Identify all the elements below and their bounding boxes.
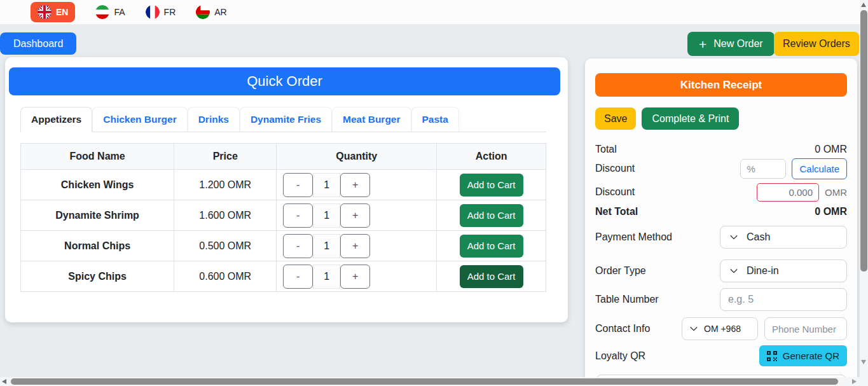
food-name-link[interactable]: Spicy Chips [21, 261, 174, 292]
quantity-stepper: - 1 + [277, 173, 436, 197]
new-order-label: New Order [713, 38, 762, 50]
add-to-cart-button[interactable]: Add to Cart [460, 235, 523, 258]
order-type-label: Order Type [595, 265, 646, 277]
table-number-input[interactable] [720, 288, 847, 311]
qr-code-icon [767, 351, 777, 361]
generate-qr-button[interactable]: Generate QR [759, 345, 847, 366]
country-code-select[interactable]: OM +968 [682, 317, 758, 340]
dashboard-button[interactable]: Dashboard [0, 32, 76, 55]
language-fr-label: FR [164, 7, 176, 17]
scroll-left-arrow-icon[interactable] [2, 379, 6, 384]
add-to-cart-button[interactable]: Add to Cart [460, 174, 523, 196]
iran-flag-icon [95, 5, 109, 19]
language-fa-button[interactable]: FA [95, 5, 125, 19]
order-panel: Kitchen Receipt Save Complete & Print To… [585, 59, 857, 386]
language-fa-label: FA [114, 7, 125, 17]
quantity-value: 1 [313, 234, 340, 258]
calculate-button[interactable]: Calculate [792, 158, 847, 179]
horizontal-scrollbar-thumb[interactable] [11, 378, 838, 385]
language-en-label: EN [56, 7, 68, 17]
complete-print-button[interactable]: Complete & Print [642, 107, 739, 130]
add-to-cart-button[interactable]: Add to Cart [460, 265, 523, 288]
kitchen-receipt-button[interactable]: Kitchen Receipt [595, 73, 847, 97]
loyalty-qr-label: Loyalty QR [595, 350, 645, 362]
contact-info-row: Contact Info OM +968 [595, 317, 847, 340]
vertical-scrollbar[interactable] [860, 0, 868, 377]
discount-amount-input[interactable] [757, 183, 819, 202]
tab-drinks[interactable]: Drinks [188, 107, 240, 132]
chevron-down-icon [689, 324, 698, 333]
tab-appetizers[interactable]: Appetizers [20, 107, 92, 132]
tab-pasta[interactable]: Pasta [411, 107, 459, 132]
phone-number-input[interactable] [764, 317, 847, 340]
column-header-action: Action [437, 144, 546, 170]
table-number-label: Table Number [595, 294, 659, 305]
uk-flag-icon [38, 5, 52, 19]
save-button[interactable]: Save [595, 107, 636, 130]
food-price: 1.600 OMR [174, 200, 277, 231]
payment-method-value: Cash [747, 231, 770, 243]
quantity-decrease-button[interactable]: - [283, 203, 313, 228]
new-order-button[interactable]: + New Order [687, 32, 775, 56]
scrollbar-corner [860, 377, 868, 386]
food-table: Food Name Price Quantity Action Chicken … [20, 143, 546, 292]
plus-icon: + [699, 38, 706, 51]
quantity-value: 1 [313, 203, 340, 228]
discount-percent-input[interactable] [740, 159, 786, 179]
oman-flag-icon [196, 5, 210, 19]
scroll-down-arrow-icon[interactable] [861, 360, 866, 364]
discount-amount-label: Discount [595, 186, 635, 198]
quick-order-title: Quick Order [9, 67, 560, 95]
payment-method-label: Payment Method [595, 231, 672, 243]
language-bar: EN FA FR AR [0, 0, 868, 24]
net-total-row: Net Total 0 OMR [595, 204, 847, 219]
tab-dynamite-fries[interactable]: Dynamite Fries [240, 107, 332, 132]
total-row: Total 0 OMR [595, 141, 847, 158]
horizontal-scrollbar[interactable] [0, 377, 860, 386]
table-row: Chicken Wings 1.200 OMR - 1 + Add to Car… [21, 170, 546, 200]
pos-dashboard-page: EN FA FR AR Dashboard + N [0, 0, 868, 386]
food-name-link[interactable]: Dynamite Shrimp [21, 200, 174, 231]
table-row: Spicy Chips 0.600 OMR - 1 + Add to Cart [21, 261, 546, 292]
language-ar-button[interactable]: AR [196, 5, 226, 19]
food-price: 0.600 OMR [174, 261, 277, 292]
vertical-scrollbar-thumb[interactable] [860, 10, 867, 272]
language-fr-button[interactable]: FR [146, 5, 176, 19]
net-total-label: Net Total [595, 206, 638, 217]
scroll-right-arrow-icon[interactable] [852, 379, 857, 384]
quantity-stepper: - 1 + [277, 265, 436, 289]
quantity-increase-button[interactable]: + [340, 203, 370, 228]
order-type-row: Order Type Dine-in [595, 259, 847, 282]
review-orders-button[interactable]: Review Orders [774, 32, 859, 56]
tab-meat-burger[interactable]: Meat Burger [332, 107, 411, 132]
payment-method-select[interactable]: Cash [720, 226, 847, 249]
order-actions: Save Complete & Print [595, 107, 847, 130]
order-type-select[interactable]: Dine-in [720, 259, 847, 282]
quantity-increase-button[interactable]: + [340, 173, 370, 197]
order-type-value: Dine-in [747, 265, 779, 277]
loyalty-qr-row: Loyalty QR Generate QR [595, 345, 847, 366]
discount-amount-row: Discount OMR [595, 183, 847, 202]
table-row: Normal Chips 0.500 OMR - 1 + Add to Cart [21, 231, 546, 261]
tab-chicken-burger[interactable]: Chicken Burger [92, 107, 187, 132]
quantity-increase-button[interactable]: + [340, 265, 370, 289]
language-ar-label: AR [214, 7, 226, 17]
quantity-stepper: - 1 + [277, 234, 436, 258]
scroll-up-arrow-icon[interactable] [861, 3, 866, 7]
quantity-increase-button[interactable]: + [340, 234, 370, 258]
currency-label: OMR [825, 187, 847, 198]
column-header-price: Price [174, 144, 277, 170]
table-header-row: Food Name Price Quantity Action [21, 144, 546, 170]
language-en-button[interactable]: EN [31, 2, 75, 22]
add-to-cart-button[interactable]: Add to Cart [460, 204, 523, 227]
quantity-value: 1 [313, 265, 340, 289]
quantity-decrease-button[interactable]: - [283, 265, 313, 289]
food-name-link[interactable]: Normal Chips [21, 231, 174, 261]
discount-percent-row: Discount Calculate [595, 158, 847, 179]
food-name-link[interactable]: Chicken Wings [21, 170, 174, 200]
quantity-decrease-button[interactable]: - [283, 234, 313, 258]
quantity-decrease-button[interactable]: - [283, 173, 313, 197]
payment-method-row: Payment Method Cash [595, 226, 847, 249]
generate-qr-label: Generate QR [783, 350, 839, 361]
country-code-value: OM +968 [704, 324, 741, 334]
